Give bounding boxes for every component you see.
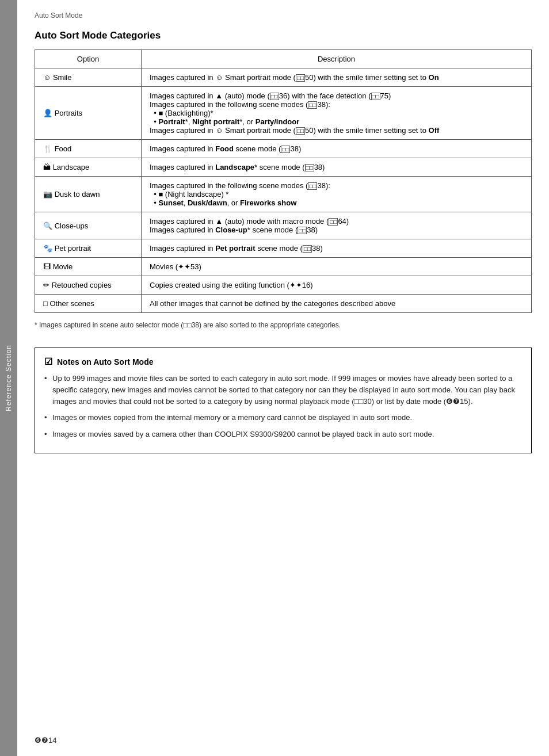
description-cell: Images captured in Food scene mode (□□38… bbox=[142, 140, 532, 158]
check-icon: ☑ bbox=[44, 356, 52, 367]
option-cell: 📷 Dusk to dawn bbox=[35, 177, 142, 212]
sort-table: Option Description ☺ SmileImages capture… bbox=[35, 49, 532, 313]
description-cell: Images captured in ▲ (auto) mode with ma… bbox=[142, 212, 532, 239]
portrait-icon: 👤 bbox=[43, 109, 55, 117]
col-header-description: Description bbox=[142, 50, 532, 68]
option-label: Retouched copies bbox=[52, 281, 112, 289]
table-row: □ Other scenesAll other images that cann… bbox=[35, 295, 532, 313]
table-row: 🏔 LandscapeImages captured in Landscape*… bbox=[35, 158, 532, 177]
notes-list-item: Images or movies saved by a camera other… bbox=[44, 429, 522, 440]
notes-list: Up to 999 images and movie files can be … bbox=[44, 373, 522, 440]
smile-icon: ☺ bbox=[43, 73, 53, 82]
side-tab: Reference Section bbox=[0, 0, 17, 756]
movie-icon: 🎞 bbox=[43, 262, 53, 271]
page-footer: ❻❼14 bbox=[35, 736, 532, 744]
description-cell: Images captured in Landscape* scene mode… bbox=[142, 158, 532, 177]
option-cell: 🏔 Landscape bbox=[35, 158, 142, 177]
notes-list-item: Up to 999 images and movie files can be … bbox=[44, 373, 522, 407]
footnote: * Images captured in scene auto selector… bbox=[35, 320, 532, 330]
description-cell: Movies (✦✦53) bbox=[142, 258, 532, 276]
description-cell: Images captured in the following scene m… bbox=[142, 177, 532, 212]
table-row: 🎞 MovieMovies (✦✦53) bbox=[35, 258, 532, 276]
pet-icon: 🐾 bbox=[43, 244, 55, 253]
table-row: ☺ SmileImages captured in ☺ Smart portra… bbox=[35, 68, 532, 87]
closeup-icon: 🔍 bbox=[43, 222, 55, 230]
option-cell: 👤 Portraits bbox=[35, 87, 142, 140]
option-cell: 🎞 Movie bbox=[35, 258, 142, 276]
page-header: Auto Sort Mode bbox=[35, 12, 532, 20]
notes-title: ☑ Notes on Auto Sort Mode bbox=[44, 356, 522, 367]
option-cell: □ Other scenes bbox=[35, 295, 142, 313]
description-cell: Copies created using the editing functio… bbox=[142, 276, 532, 295]
table-row: 🍴 FoodImages captured in Food scene mode… bbox=[35, 140, 532, 158]
option-cell: ☺ Smile bbox=[35, 68, 142, 87]
option-label: Pet portrait bbox=[55, 244, 92, 253]
food-icon: 🍴 bbox=[43, 144, 55, 153]
table-row: 🔍 Close-upsImages captured in ▲ (auto) m… bbox=[35, 212, 532, 239]
other-icon: □ bbox=[43, 299, 49, 308]
notes-section: ☑ Notes on Auto Sort Mode Up to 999 imag… bbox=[35, 348, 532, 453]
option-cell: 🐾 Pet portrait bbox=[35, 239, 142, 258]
description-cell: Images captured in Pet portrait scene mo… bbox=[142, 239, 532, 258]
table-row: 🐾 Pet portraitImages captured in Pet por… bbox=[35, 239, 532, 258]
side-tab-label: Reference Section bbox=[5, 345, 13, 411]
notes-list-item: Images or movies copied from the interna… bbox=[44, 412, 522, 423]
landscape-icon: 🏔 bbox=[43, 163, 53, 171]
option-cell: 🔍 Close-ups bbox=[35, 212, 142, 239]
col-header-option: Option bbox=[35, 50, 142, 68]
table-row: ✏ Retouched copiesCopies created using t… bbox=[35, 276, 532, 295]
description-cell: All other images that cannot be defined … bbox=[142, 295, 532, 313]
section-title: Auto Sort Mode Categories bbox=[35, 30, 532, 41]
option-label: Dusk to dawn bbox=[55, 190, 100, 198]
retouched-icon: ✏ bbox=[43, 281, 52, 289]
description-cell: Images captured in ▲ (auto) mode (□□36) … bbox=[142, 87, 532, 140]
footnote-text: * Images captured in scene auto selector… bbox=[35, 321, 341, 329]
option-label: Smile bbox=[53, 73, 72, 82]
option-label: Close-ups bbox=[55, 222, 89, 230]
table-row: 📷 Dusk to dawnImages captured in the fol… bbox=[35, 177, 532, 212]
option-label: Portraits bbox=[55, 109, 82, 117]
option-label: Other scenes bbox=[49, 299, 94, 308]
option-cell: ✏ Retouched copies bbox=[35, 276, 142, 295]
table-row: 👤 PortraitsImages captured in ▲ (auto) m… bbox=[35, 87, 532, 140]
main-content: Auto Sort Mode Auto Sort Mode Categories… bbox=[17, 0, 549, 756]
option-label: Landscape bbox=[53, 163, 90, 171]
option-label: Food bbox=[55, 144, 72, 153]
description-cell: Images captured in ☺ Smart portrait mode… bbox=[142, 68, 532, 87]
option-label: Movie bbox=[53, 262, 73, 271]
notes-title-text: Notes on Auto Sort Mode bbox=[57, 357, 153, 366]
dusk-icon: 📷 bbox=[43, 190, 55, 198]
option-cell: 🍴 Food bbox=[35, 140, 142, 158]
